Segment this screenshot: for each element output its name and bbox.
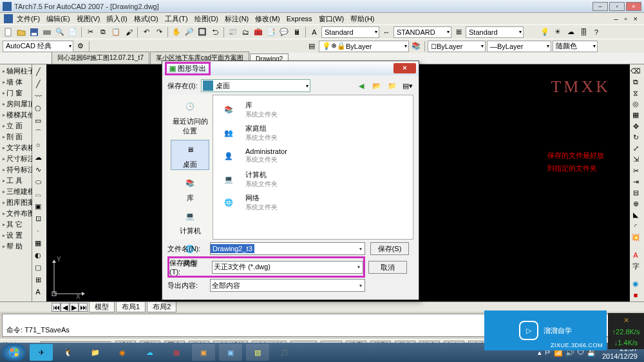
qc-icon[interactable]: 🖩 xyxy=(291,26,303,38)
task-item[interactable]: ▣ xyxy=(192,344,215,361)
ellipsearc-icon[interactable]: ⌓ xyxy=(32,188,44,200)
undo-icon[interactable]: ↶ xyxy=(140,26,152,38)
tarch-item[interactable]: ▸文字表格 xyxy=(1,142,30,153)
app-menu-icon[interactable] xyxy=(4,14,13,23)
zoom-rt-icon[interactable]: 🔎 xyxy=(184,26,195,38)
task-item[interactable]: ◉ xyxy=(111,344,134,361)
paste-icon[interactable]: 📋 xyxy=(110,26,122,38)
doc-min-button[interactable]: – xyxy=(612,14,621,23)
newfolder-icon[interactable]: 📁 xyxy=(386,80,398,91)
move-icon[interactable]: ✥ xyxy=(630,121,641,131)
task-item[interactable]: ☁ xyxy=(138,344,161,361)
linetype-combo[interactable]: — ByLayer xyxy=(487,41,551,52)
menu-view[interactable]: 视图(V) xyxy=(74,14,103,24)
ext2-icon[interactable]: ■ xyxy=(630,290,641,300)
mirror-icon[interactable]: ⧖ xyxy=(630,88,641,98)
filetype-combo[interactable]: 天正3文件 (*.dwg) xyxy=(212,261,363,274)
offset-icon[interactable]: ◎ xyxy=(630,99,641,110)
back-icon[interactable]: ◀ xyxy=(355,80,367,91)
cancel-button[interactable]: 取消 xyxy=(368,261,407,274)
menu-file[interactable]: 文件(F) xyxy=(14,14,43,24)
circle-icon[interactable]: ○ xyxy=(32,139,44,151)
layer-combo[interactable]: 💡❄🔒 ByLayer xyxy=(319,41,409,52)
cloud-icon[interactable]: ☁ xyxy=(565,26,576,38)
plot-icon[interactable] xyxy=(41,26,53,38)
save-in-combo[interactable]: 桌面 ▾ xyxy=(201,79,310,92)
dimstyle-combo[interactable]: STANDARD xyxy=(393,26,451,38)
tablestyle-combo[interactable]: Standard xyxy=(466,26,524,38)
ssm-icon[interactable]: 📑 xyxy=(265,26,277,38)
minimize-button[interactable]: – xyxy=(592,2,608,11)
dim-icon[interactable]: ↔ xyxy=(381,26,392,38)
text-a-icon[interactable]: A xyxy=(630,249,641,260)
chamfer-icon[interactable]: ◣ xyxy=(630,210,641,220)
tarch-item[interactable]: ▸剖 面 xyxy=(1,131,30,142)
preview-icon[interactable]: 🔍 xyxy=(54,26,66,38)
stretch-icon[interactable]: ⇲ xyxy=(630,155,641,165)
dialog-titlebar[interactable]: ▣ 图形导出 × xyxy=(162,61,419,75)
tarch-item[interactable]: ▸墙 体 xyxy=(1,77,30,88)
tab-layout2[interactable]: 布局2 xyxy=(147,301,176,312)
list-item[interactable]: 👤Administrator系统文件夹 xyxy=(216,144,410,167)
break-icon[interactable]: ⊟ xyxy=(630,187,641,198)
polygon-icon[interactable]: ⬠ xyxy=(32,102,44,114)
filename-field[interactable]: Drawing2_t3 xyxy=(210,242,365,255)
menu-express[interactable]: Express xyxy=(284,14,315,23)
lineweight-combo[interactable]: 随颜色 xyxy=(553,41,598,52)
tarch-item[interactable]: ▸其 它 xyxy=(1,219,30,230)
publish-icon[interactable]: 📄 xyxy=(67,26,79,38)
markup-icon[interactable]: 💬 xyxy=(278,26,290,38)
tarch-item[interactable]: ▸图库图案 xyxy=(1,197,30,208)
ts-a-icon[interactable]: A xyxy=(308,26,320,38)
menu-draw[interactable]: 绘图(D) xyxy=(192,14,221,24)
tab-first-icon[interactable]: ⏮ xyxy=(52,303,61,312)
tarch-item[interactable]: ▸文件布图 xyxy=(1,208,30,219)
tarch-item[interactable]: ▸工 具 xyxy=(1,175,30,186)
start-button[interactable] xyxy=(3,344,26,361)
array-icon[interactable]: ▦ xyxy=(630,110,641,120)
zoom-prev-icon[interactable]: ⮌ xyxy=(209,26,221,38)
viewmenu-icon[interactable]: ▤▾ xyxy=(402,80,413,91)
rc-icon[interactable]: 🗄 xyxy=(578,26,589,38)
task-item[interactable]: 📁 xyxy=(84,344,107,361)
scale-icon[interactable]: ⤢ xyxy=(630,144,641,154)
text-s-icon[interactable]: 字 xyxy=(630,261,641,272)
task-item[interactable]: ▧ xyxy=(246,344,269,361)
up-icon[interactable]: 📂 xyxy=(371,80,383,91)
ellipse-icon[interactable]: ⬭ xyxy=(32,176,44,187)
task-item[interactable]: ▦ xyxy=(165,344,188,361)
menu-format[interactable]: 格式(O) xyxy=(131,14,161,24)
revcloud-icon[interactable]: ☁ xyxy=(32,151,44,163)
tab-layout1[interactable]: 布局1 xyxy=(116,301,146,312)
place-recent[interactable]: 🕓最近访问的位置 xyxy=(171,97,209,136)
line-icon[interactable]: ╱ xyxy=(32,66,44,77)
tab-prev-icon[interactable]: ◀ xyxy=(61,303,70,312)
export-content-combo[interactable]: 全部内容 xyxy=(210,279,365,292)
place-computer[interactable]: 💻计算机 xyxy=(171,207,209,236)
redo-icon[interactable]: ↷ xyxy=(153,26,165,38)
place-libraries[interactable]: 📚库 xyxy=(171,174,209,203)
ext1-icon[interactable]: ◉ xyxy=(630,279,641,289)
arc-icon[interactable]: ⌒ xyxy=(32,127,44,138)
tarch-item[interactable]: ▸门 窗 xyxy=(1,88,30,99)
trim-icon[interactable]: ✂ xyxy=(630,166,641,176)
task-item[interactable]: ✈ xyxy=(30,344,53,361)
doc-tab-0[interactable]: 同心花园6#施工图12.07.21_t7 xyxy=(52,52,149,64)
tarch-item[interactable]: ▸符号标注 xyxy=(1,164,30,175)
menu-edit[interactable]: 编辑(E) xyxy=(44,14,73,24)
insert-icon[interactable]: ▣ xyxy=(32,200,44,212)
menu-modify[interactable]: 修改(M) xyxy=(252,14,283,24)
explode-icon[interactable]: 💥 xyxy=(630,232,641,242)
tarch-item[interactable]: ▸尺寸标注 xyxy=(1,153,30,164)
dialog-close-button[interactable]: × xyxy=(393,63,416,73)
layermgr-icon[interactable]: ▤ xyxy=(306,41,317,52)
tab-model[interactable]: 模型 xyxy=(89,301,115,312)
menu-help[interactable]: 帮助(H) xyxy=(348,14,377,24)
save-icon[interactable] xyxy=(28,26,40,38)
rect-icon[interactable]: ▭ xyxy=(32,115,44,126)
ws-gear-icon[interactable]: ⚙ xyxy=(75,41,86,52)
gradient-icon[interactable]: ◐ xyxy=(32,249,44,261)
tarch-item[interactable]: ▸楼梯其他 xyxy=(1,110,30,120)
pline-icon[interactable]: 〰 xyxy=(32,90,44,102)
fillet-icon[interactable]: ◜ xyxy=(630,221,641,231)
